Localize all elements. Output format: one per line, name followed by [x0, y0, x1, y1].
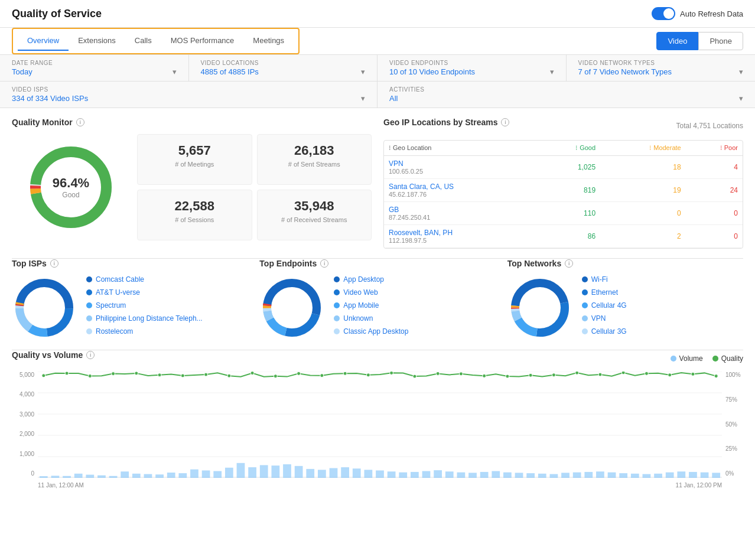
tab-calls[interactable]: Calls	[125, 31, 161, 51]
bar	[388, 471, 396, 478]
quality-point	[413, 375, 416, 378]
auto-refresh-toggle[interactable]	[652, 7, 675, 20]
volume-bars	[40, 463, 720, 478]
geo-ip-info-icon[interactable]: i	[501, 118, 509, 126]
legend-dot	[86, 289, 92, 295]
col-moderate[interactable]: ⁝ Moderate	[600, 141, 686, 156]
quality-point	[366, 373, 370, 377]
col-geo-location[interactable]: ⁝ Geo Location	[384, 141, 539, 156]
quality-point	[621, 372, 625, 375]
qv-header: Quality vs Volume i Volume Quality	[12, 350, 743, 367]
y-axis-left: 5,000 4,000 3,000 2,000 1,000 0	[12, 372, 38, 489]
filter-video-endpoints[interactable]: VIDEO ENDPOINTS 10 of 10 Video Endpoints…	[378, 55, 567, 81]
legend-dot	[582, 302, 588, 308]
qv-info-icon[interactable]: i	[86, 351, 95, 359]
bar	[178, 473, 187, 478]
filter-date-range[interactable]: DATE RANGE Today ▾	[0, 55, 189, 81]
top-endpoints-title: Top Endpoints i	[259, 259, 495, 268]
list-item: App Desktop	[334, 275, 408, 284]
filter-video-isps[interactable]: VIDEO ISPS 334 of 334 Video ISPs ▾	[0, 82, 378, 108]
stat-sent-streams-label: # of Sent Streams	[266, 161, 363, 168]
chevron-down-icon: ▾	[739, 94, 743, 103]
legend-dot	[582, 276, 588, 282]
moderate-cell: 0	[600, 202, 686, 225]
geo-location-cell: GB 87.245.250.41	[384, 202, 539, 225]
bar	[283, 464, 291, 478]
list-item: Cellular 4G	[582, 301, 627, 310]
stat-sent-streams: 26,183 # of Sent Streams	[257, 134, 372, 185]
bar	[538, 474, 546, 478]
tab-meetings[interactable]: Meetings	[243, 31, 294, 51]
quality-point	[42, 374, 45, 377]
col-poor[interactable]: ⁝ Poor	[686, 141, 743, 156]
quality-percentage: 96.4%	[53, 175, 89, 191]
filters-row2: VIDEO ISPS 334 of 334 Video ISPs ▾ ACTIV…	[0, 82, 755, 108]
quality-point	[135, 372, 138, 375]
quality-point	[668, 373, 672, 377]
filter-video-network-types[interactable]: VIDEO NETWORK TYPES 7 of 7 Video Network…	[567, 55, 756, 81]
geo-table-scroll[interactable]: ⁝ Geo Location ⁝ Good ⁝ Moderate ⁝ Poor …	[383, 140, 743, 249]
phone-button[interactable]: Phone	[698, 32, 743, 50]
top-networks-legend: Wi-FiEthernetCellular 4GVPNCellular 3G	[582, 275, 627, 340]
quality-monitor-info-icon[interactable]: i	[76, 118, 84, 126]
legend-dot	[582, 328, 588, 334]
quality-point	[343, 372, 347, 375]
quality-point	[274, 375, 277, 378]
top-endpoints-info-icon[interactable]: i	[320, 259, 328, 268]
tab-overview[interactable]: Overview	[18, 31, 69, 51]
auto-refresh-container: Auto Refresh Data	[652, 7, 743, 20]
quality-point	[65, 372, 69, 375]
top-isps-info-icon[interactable]: i	[50, 259, 58, 268]
bar	[631, 474, 639, 478]
chevron-down-icon: ▾	[173, 67, 177, 76]
tab-extensions[interactable]: Extensions	[69, 31, 125, 51]
col-good[interactable]: ⁝ Good	[539, 141, 600, 156]
quality-point	[575, 372, 579, 375]
moderate-cell: 19	[600, 179, 686, 202]
bar	[689, 472, 697, 478]
legend-dot	[86, 328, 92, 334]
top-isps-chart: Comcast CableAT&T U-verseSpectrumPhilipp…	[12, 275, 248, 340]
bar	[260, 465, 268, 478]
video-button[interactable]: Video	[656, 32, 698, 50]
bar	[376, 470, 384, 478]
bar	[132, 474, 141, 478]
table-row: Roosevelt, BAN, PH 112.198.97.5 86 2 0	[384, 225, 743, 248]
bar	[295, 466, 303, 478]
chevron-down-icon: ▾	[739, 67, 743, 76]
top-networks-section: Top Networks i Wi-FiEthernetCellular 4GV…	[507, 259, 743, 340]
qv-chart-svg	[38, 372, 722, 478]
moderate-cell: 18	[600, 156, 686, 179]
top-isps-title: Top ISPs i	[12, 259, 248, 268]
bar	[550, 474, 558, 478]
bar	[155, 474, 164, 478]
main-content: Quality Monitor i 96.4%	[0, 108, 755, 258]
y-axis-right: 100% 75% 50% 25% 0%	[722, 372, 743, 489]
networks-donut-chart	[507, 275, 572, 340]
quality-point	[227, 374, 231, 377]
bar	[666, 473, 674, 478]
top-networks-info-icon[interactable]: i	[565, 259, 573, 268]
bottom-row: Top ISPs i Comcast CableAT&T U-verseSpec…	[0, 259, 755, 350]
filter-activities[interactable]: ACTIVITIES All ▾	[378, 82, 755, 108]
list-item: Cellular 3G	[582, 327, 627, 336]
geo-location-cell: VPN 100.65.0.25	[384, 156, 539, 179]
tabs-container: Overview Extensions Calls MOS Performanc…	[12, 28, 300, 54]
bar	[40, 476, 48, 478]
tab-mos-performance[interactable]: MOS Performance	[161, 31, 244, 51]
bar	[399, 473, 407, 478]
poor-cell: 4	[686, 156, 743, 179]
stat-received-streams-label: # of Received Streams	[266, 216, 363, 223]
filter-video-locations[interactable]: VIDEO LOCATIONS 4885 of 4885 IPs ▾	[189, 55, 378, 81]
top-isps-section: Top ISPs i Comcast CableAT&T U-verseSpec…	[12, 259, 248, 340]
stat-received-streams: 35,948 # of Received Streams	[257, 190, 372, 240]
filter-video-isps-label: VIDEO ISPS	[12, 86, 365, 93]
top-endpoints-chart: App DesktopVideo WebApp MobileUnknownCla…	[259, 275, 495, 340]
bar	[677, 471, 685, 478]
stat-meetings-label: # of Meetings	[146, 161, 243, 168]
top-networks-chart: Wi-FiEthernetCellular 4GVPNCellular 3G	[507, 275, 743, 340]
geo-header: Geo IP Locations by Streams i Total 4,75…	[383, 118, 743, 134]
legend-dot	[86, 276, 92, 282]
bar	[526, 473, 535, 478]
quality-point	[88, 375, 92, 378]
